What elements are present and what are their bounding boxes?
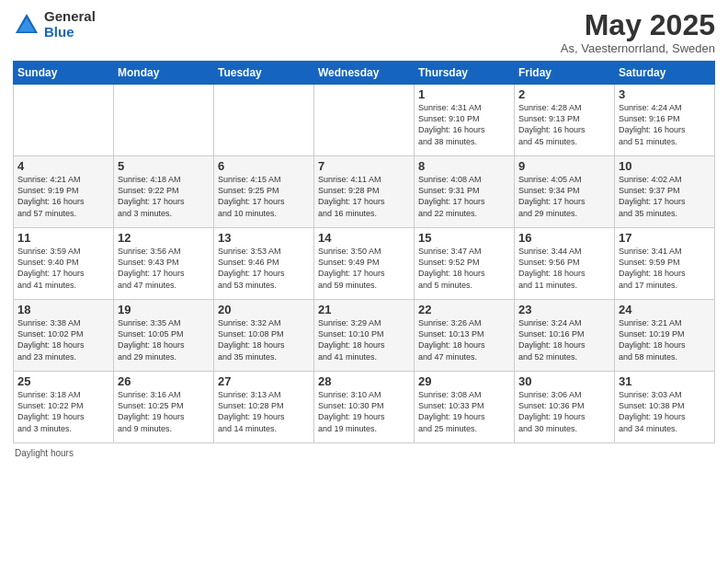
calendar-cell: 11Sunrise: 3:59 AM Sunset: 9:40 PM Dayli… — [14, 228, 114, 300]
day-number: 28 — [318, 374, 410, 388]
day-number: 30 — [518, 374, 610, 388]
day-number: 24 — [619, 303, 711, 316]
day-number: 13 — [218, 231, 310, 245]
col-header-tuesday: Tuesday — [214, 62, 314, 85]
page-container: General Blue May 2025 As, Vaesternorrlan… — [0, 0, 728, 465]
cell-info: Sunrise: 3:13 AM Sunset: 10:28 PM Daylig… — [218, 389, 310, 434]
day-number: 19 — [118, 303, 210, 316]
day-number: 29 — [418, 374, 510, 388]
cell-info: Sunrise: 3:26 AM Sunset: 10:13 PM Daylig… — [418, 317, 510, 362]
calendar-cell: 13Sunrise: 3:53 AM Sunset: 9:46 PM Dayli… — [214, 228, 314, 300]
day-number: 3 — [619, 87, 711, 101]
day-number: 2 — [518, 87, 610, 101]
calendar-table: SundayMondayTuesdayWednesdayThursdayFrid… — [13, 61, 715, 443]
calendar-cell: 25Sunrise: 3:18 AM Sunset: 10:22 PM Dayl… — [14, 372, 114, 443]
col-header-monday: Monday — [114, 62, 214, 85]
calendar-cell: 4Sunrise: 4:21 AM Sunset: 9:19 PM Daylig… — [14, 156, 114, 228]
day-number: 17 — [619, 231, 711, 245]
day-number: 23 — [518, 303, 610, 316]
calendar-cell: 6Sunrise: 4:15 AM Sunset: 9:25 PM Daylig… — [214, 156, 314, 228]
cell-info: Sunrise: 3:44 AM Sunset: 9:56 PM Dayligh… — [518, 246, 610, 291]
cell-info: Sunrise: 3:41 AM Sunset: 9:59 PM Dayligh… — [619, 246, 711, 291]
calendar-cell: 18Sunrise: 3:38 AM Sunset: 10:02 PM Dayl… — [14, 300, 114, 372]
cell-info: Sunrise: 3:16 AM Sunset: 10:25 PM Daylig… — [118, 389, 210, 434]
cell-info: Sunrise: 4:24 AM Sunset: 9:16 PM Dayligh… — [619, 102, 711, 147]
cell-info: Sunrise: 4:31 AM Sunset: 9:10 PM Dayligh… — [418, 102, 510, 147]
col-header-saturday: Saturday — [615, 62, 715, 85]
calendar-cell: 19Sunrise: 3:35 AM Sunset: 10:05 PM Dayl… — [114, 300, 214, 372]
title-block: May 2025 As, Vaesternorrland, Sweden — [561, 9, 715, 55]
main-title: May 2025 — [561, 9, 715, 41]
cell-info: Sunrise: 3:06 AM Sunset: 10:36 PM Daylig… — [518, 389, 610, 434]
cell-info: Sunrise: 4:21 AM Sunset: 9:19 PM Dayligh… — [17, 174, 109, 219]
logo: General Blue — [13, 9, 96, 40]
day-number: 27 — [218, 374, 310, 388]
day-number: 25 — [17, 374, 109, 388]
calendar-cell: 22Sunrise: 3:26 AM Sunset: 10:13 PM Dayl… — [415, 300, 515, 372]
cell-info: Sunrise: 3:56 AM Sunset: 9:43 PM Dayligh… — [118, 246, 210, 291]
logo-text: General Blue — [44, 9, 96, 40]
subtitle: As, Vaesternorrland, Sweden — [561, 41, 715, 55]
calendar-cell: 26Sunrise: 3:16 AM Sunset: 10:25 PM Dayl… — [114, 372, 214, 443]
cell-info: Sunrise: 3:50 AM Sunset: 9:49 PM Dayligh… — [318, 246, 410, 291]
logo-icon — [13, 11, 40, 39]
calendar-cell: 14Sunrise: 3:50 AM Sunset: 9:49 PM Dayli… — [314, 228, 415, 300]
day-number: 8 — [418, 159, 510, 173]
cell-info: Sunrise: 3:24 AM Sunset: 10:16 PM Daylig… — [518, 317, 610, 362]
day-number: 10 — [619, 159, 711, 173]
calendar-cell: 17Sunrise: 3:41 AM Sunset: 9:59 PM Dayli… — [615, 228, 715, 300]
header: General Blue May 2025 As, Vaesternorrlan… — [13, 9, 715, 55]
day-number: 22 — [418, 303, 510, 316]
calendar-cell: 24Sunrise: 3:21 AM Sunset: 10:19 PM Dayl… — [615, 300, 715, 372]
calendar-cell: 20Sunrise: 3:32 AM Sunset: 10:08 PM Dayl… — [214, 300, 314, 372]
col-header-wednesday: Wednesday — [314, 62, 415, 85]
cell-info: Sunrise: 3:21 AM Sunset: 10:19 PM Daylig… — [619, 317, 711, 362]
calendar-cell: 3Sunrise: 4:24 AM Sunset: 9:16 PM Daylig… — [615, 85, 715, 156]
cell-info: Sunrise: 4:11 AM Sunset: 9:28 PM Dayligh… — [318, 174, 410, 219]
cell-info: Sunrise: 3:18 AM Sunset: 10:22 PM Daylig… — [17, 389, 109, 434]
cell-info: Sunrise: 4:08 AM Sunset: 9:31 PM Dayligh… — [418, 174, 510, 219]
day-number: 21 — [318, 303, 410, 316]
calendar-cell: 30Sunrise: 3:06 AM Sunset: 10:36 PM Dayl… — [515, 372, 615, 443]
calendar-cell: 9Sunrise: 4:05 AM Sunset: 9:34 PM Daylig… — [515, 156, 615, 228]
col-header-thursday: Thursday — [415, 62, 515, 85]
cell-info: Sunrise: 3:35 AM Sunset: 10:05 PM Daylig… — [118, 317, 210, 362]
calendar-cell: 29Sunrise: 3:08 AM Sunset: 10:33 PM Dayl… — [415, 372, 515, 443]
cell-info: Sunrise: 4:05 AM Sunset: 9:34 PM Dayligh… — [518, 174, 610, 219]
day-number: 26 — [118, 374, 210, 388]
calendar-cell: 27Sunrise: 3:13 AM Sunset: 10:28 PM Dayl… — [214, 372, 314, 443]
cell-info: Sunrise: 4:02 AM Sunset: 9:37 PM Dayligh… — [619, 174, 711, 219]
calendar-header-row: SundayMondayTuesdayWednesdayThursdayFrid… — [14, 62, 715, 85]
calendar-cell — [214, 85, 314, 156]
day-number: 20 — [218, 303, 310, 316]
col-header-sunday: Sunday — [14, 62, 114, 85]
footer: Daylight hours — [13, 448, 715, 458]
day-number: 7 — [318, 159, 410, 173]
week-row-5: 25Sunrise: 3:18 AM Sunset: 10:22 PM Dayl… — [14, 372, 715, 443]
daylight-label: Daylight hours — [15, 448, 74, 458]
calendar-cell: 23Sunrise: 3:24 AM Sunset: 10:16 PM Dayl… — [515, 300, 615, 372]
cell-info: Sunrise: 3:47 AM Sunset: 9:52 PM Dayligh… — [418, 246, 510, 291]
cell-info: Sunrise: 3:32 AM Sunset: 10:08 PM Daylig… — [218, 317, 310, 362]
day-number: 6 — [218, 159, 310, 173]
calendar-cell — [114, 85, 214, 156]
calendar-cell: 8Sunrise: 4:08 AM Sunset: 9:31 PM Daylig… — [415, 156, 515, 228]
calendar-cell: 2Sunrise: 4:28 AM Sunset: 9:13 PM Daylig… — [515, 85, 615, 156]
day-number: 11 — [17, 231, 109, 245]
calendar-cell: 1Sunrise: 4:31 AM Sunset: 9:10 PM Daylig… — [415, 85, 515, 156]
cell-info: Sunrise: 3:53 AM Sunset: 9:46 PM Dayligh… — [218, 246, 310, 291]
cell-info: Sunrise: 3:08 AM Sunset: 10:33 PM Daylig… — [418, 389, 510, 434]
day-number: 12 — [118, 231, 210, 245]
calendar-cell: 10Sunrise: 4:02 AM Sunset: 9:37 PM Dayli… — [615, 156, 715, 228]
calendar-cell — [314, 85, 415, 156]
calendar-cell: 7Sunrise: 4:11 AM Sunset: 9:28 PM Daylig… — [314, 156, 415, 228]
calendar-cell — [14, 85, 114, 156]
col-header-friday: Friday — [515, 62, 615, 85]
week-row-1: 1Sunrise: 4:31 AM Sunset: 9:10 PM Daylig… — [14, 85, 715, 156]
week-row-3: 11Sunrise: 3:59 AM Sunset: 9:40 PM Dayli… — [14, 228, 715, 300]
calendar-cell: 5Sunrise: 4:18 AM Sunset: 9:22 PM Daylig… — [114, 156, 214, 228]
calendar-cell: 28Sunrise: 3:10 AM Sunset: 10:30 PM Dayl… — [314, 372, 415, 443]
week-row-2: 4Sunrise: 4:21 AM Sunset: 9:19 PM Daylig… — [14, 156, 715, 228]
cell-info: Sunrise: 3:03 AM Sunset: 10:38 PM Daylig… — [619, 389, 711, 434]
cell-info: Sunrise: 3:10 AM Sunset: 10:30 PM Daylig… — [318, 389, 410, 434]
